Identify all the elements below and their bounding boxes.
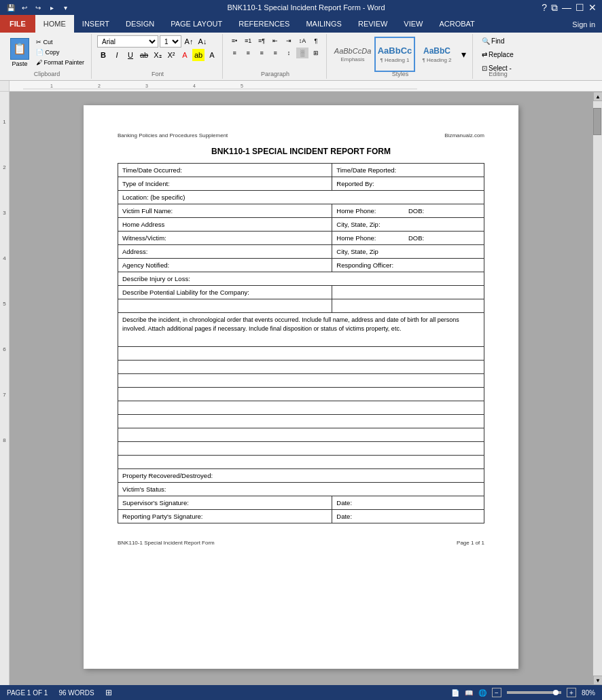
property-label: Property Recovered/Destroyed:: [118, 469, 484, 483]
scroll-track[interactable]: [593, 101, 602, 676]
table-row: Describe Potential Liability for the Com…: [118, 286, 484, 299]
paragraph-group: ≡• ≡1 ≡¶ ⇤ ⇥ ↕A ¶ ≡ ≡ ≡ ≡ ↕ ░ ⊞: [224, 34, 327, 79]
tab-file[interactable]: FILE: [0, 15, 35, 33]
victim-name-label: Victim Full Name:: [118, 204, 332, 218]
style-heading1[interactable]: AaBbCc ¶ Heading 1: [374, 37, 415, 72]
shrink-font-button[interactable]: A↓: [196, 35, 209, 48]
time-reported-label: Time/Date Reported:: [332, 164, 484, 177]
format-painter-button[interactable]: 🖌 Format Painter: [33, 58, 87, 67]
run-icon[interactable]: ▸: [46, 2, 57, 13]
read-mode-icon[interactable]: 📖: [465, 689, 473, 697]
ruler-corner: [0, 81, 10, 91]
empty-cell-2: [332, 299, 484, 313]
find-button[interactable]: 🔍 Find: [478, 35, 508, 47]
font-group: Arial 12 A↑ A↓ B I U ab X₂ X² A ab: [93, 34, 223, 79]
replace-icon: ⇄: [482, 51, 487, 58]
status-right: 📄 📖 🌐 − + 80%: [451, 688, 595, 697]
undo-icon[interactable]: ↩: [19, 2, 30, 13]
font-name-select[interactable]: Arial: [97, 35, 158, 48]
tab-review[interactable]: REVIEW: [350, 15, 395, 33]
lines-row: [118, 456, 484, 469]
styles-more-button[interactable]: ▾: [459, 37, 468, 72]
save-icon[interactable]: 💾: [5, 2, 16, 13]
style-heading2[interactable]: AaBbC ¶ Heading 2: [417, 37, 457, 72]
window-controls: ? ⧉ — ☐ ✕: [542, 2, 597, 14]
zoom-thumb[interactable]: [553, 690, 559, 695]
paste-button[interactable]: 📋 Paste: [7, 36, 33, 69]
tab-acrobat[interactable]: ACROBAT: [431, 15, 482, 33]
font-color-button[interactable]: A: [206, 49, 218, 61]
lines-row: [118, 428, 484, 442]
strikethrough-button[interactable]: ab: [138, 49, 150, 61]
layout-icon[interactable]: ⊞: [105, 688, 112, 697]
text-color-button[interactable]: A: [179, 49, 191, 61]
scroll-down-button[interactable]: ▼: [593, 676, 602, 685]
city-state-zip2-label: City, State, Zip: [332, 245, 484, 259]
borders-button[interactable]: ⊞: [310, 48, 322, 58]
zoom-slider[interactable]: [507, 691, 561, 694]
header-left: Banking Policies and Procedures Suppleme…: [118, 132, 228, 139]
styles-group: AaBbCcDa Emphasis AaBbCc ¶ Heading 1 AaB…: [328, 34, 473, 79]
bold-button[interactable]: B: [97, 49, 109, 61]
grow-font-button[interactable]: A↑: [183, 35, 195, 48]
tab-view[interactable]: VIEW: [395, 15, 431, 33]
address-label: Address:: [118, 245, 332, 259]
tab-home[interactable]: HOME: [35, 15, 74, 33]
line-spacing-button[interactable]: ↕: [283, 48, 295, 58]
font-name-row: Arial 12 A↑ A↓: [97, 35, 209, 48]
maximize-icon[interactable]: ☐: [576, 2, 584, 13]
bullets-button[interactable]: ≡•: [228, 35, 241, 46]
vertical-scrollbar[interactable]: ▲ ▼: [592, 92, 602, 685]
justify-button[interactable]: ≡: [269, 48, 281, 58]
restore-icon[interactable]: ⧉: [551, 2, 558, 14]
more-icon[interactable]: ▾: [60, 2, 71, 13]
table-row: Victim Full Name: Home Phone: DOB:: [118, 204, 484, 218]
copy-button[interactable]: 📄 Copy: [33, 48, 87, 57]
close-icon[interactable]: ✕: [588, 2, 597, 13]
tab-references[interactable]: REFERENCES: [230, 15, 298, 33]
align-left-button[interactable]: ≡: [228, 48, 241, 58]
cut-button[interactable]: ✂ Cut: [33, 37, 87, 47]
align-right-button[interactable]: ≡: [255, 48, 268, 58]
document-scroll-area[interactable]: Banking Policies and Procedures Suppleme…: [10, 92, 592, 685]
tab-design[interactable]: DESIGN: [118, 15, 162, 33]
replace-button[interactable]: ⇄ Replace: [478, 49, 517, 60]
scroll-up-button[interactable]: ▲: [593, 92, 602, 101]
status-left: PAGE 1 OF 1 96 WORDS ⊞: [7, 688, 112, 697]
decrease-indent-button[interactable]: ⇤: [269, 35, 281, 46]
style-emphasis[interactable]: AaBbCcDa Emphasis: [332, 37, 373, 72]
sign-in-button[interactable]: Sign in: [565, 18, 602, 31]
paste-label: Paste: [12, 60, 27, 67]
tab-insert[interactable]: INSERT: [74, 15, 118, 33]
show-marks-button[interactable]: ¶: [310, 35, 322, 46]
tab-mailings[interactable]: MAILINGS: [298, 15, 350, 33]
sort-button[interactable]: ↕A: [296, 35, 308, 46]
minimize-icon[interactable]: —: [562, 2, 571, 13]
zoom-plus-button[interactable]: +: [567, 688, 576, 697]
redo-icon[interactable]: ↪: [33, 2, 43, 13]
liability-label: Describe Potential Liability for the Com…: [118, 286, 332, 299]
web-view-icon[interactable]: 🌐: [478, 689, 486, 697]
scroll-thumb[interactable]: [593, 108, 601, 135]
superscript-button[interactable]: X²: [165, 49, 177, 61]
ribbon-tab-bar: FILE HOME INSERT DESIGN PAGE LAYOUT REFE…: [0, 15, 602, 33]
lines-row: [118, 361, 484, 374]
table-row: Location: (be specific): [118, 191, 484, 204]
subscript-button[interactable]: X₂: [152, 49, 164, 61]
zoom-minus-button[interactable]: −: [492, 688, 501, 697]
lines-row: [118, 347, 484, 361]
underline-button[interactable]: U: [124, 49, 137, 61]
editing-group: 🔍 Find ⇄ Replace ⊡ Select - Editing: [474, 34, 522, 79]
highlight-button[interactable]: ab: [192, 49, 205, 61]
view-mode-icon[interactable]: 📄: [451, 689, 459, 697]
help-icon[interactable]: ?: [542, 2, 547, 13]
numbering-button[interactable]: ≡1: [242, 35, 254, 46]
font-size-select[interactable]: 12: [160, 35, 181, 48]
footer-left: BNK110-1 Special Incident Report Form: [118, 540, 215, 546]
tab-page-layout[interactable]: PAGE LAYOUT: [162, 15, 230, 33]
italic-button[interactable]: I: [111, 49, 123, 61]
multilevel-button[interactable]: ≡¶: [255, 35, 268, 46]
align-center-button[interactable]: ≡: [242, 48, 254, 58]
shading-button[interactable]: ░: [296, 48, 308, 58]
increase-indent-button[interactable]: ⇥: [283, 35, 295, 46]
